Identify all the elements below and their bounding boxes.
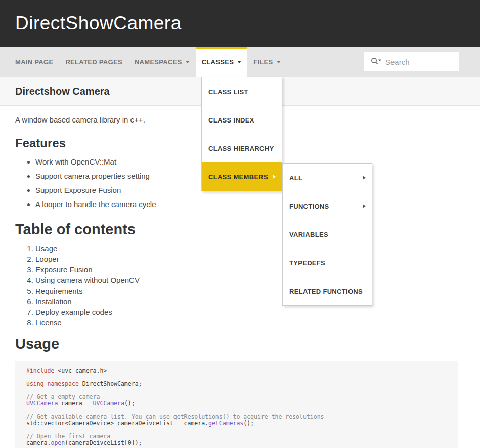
menu-item-label: CLASS HIERARCHY (208, 145, 274, 152)
code-token: camera. (26, 439, 51, 446)
toc-item-using-camera-without-opencv: Using camera without OpenCV (35, 275, 480, 286)
code-line: #include <uvc_camera.h> (26, 368, 450, 374)
submenu-item-functions[interactable]: FUNCTIONS (283, 192, 372, 220)
code-link[interactable]: getCameras (208, 420, 243, 427)
nav-item-namespaces[interactable]: NAMESPACES (128, 47, 196, 77)
nav-item-classes[interactable]: CLASSES (196, 47, 248, 77)
code-line: camera.open(cameraDeivceList[0]); (26, 440, 450, 446)
menu-item-label: RELATED FUNCTIONS (289, 288, 363, 295)
toc-item-usage: Usage (35, 243, 480, 254)
nav-item-label: NAMESPACES (135, 58, 182, 66)
nav-item-label: FILES (253, 58, 273, 66)
project-title: DirectShowCamera (15, 0, 182, 47)
nav-item-label: MAIN PAGE (15, 58, 53, 66)
masthead: DirectShowCamera (0, 0, 480, 47)
nav-item-files[interactable]: FILES (247, 47, 286, 77)
menu-item-class-hierarchy[interactable]: CLASS HIERARCHY (202, 134, 282, 162)
chevron-down-icon (277, 61, 281, 63)
submenu-item-all[interactable]: ALL (283, 164, 372, 192)
code-token: camera = (58, 400, 93, 407)
menu-item-label: FUNCTIONS (289, 202, 329, 210)
code-line: UVCCamera camera = UVCCamera(); (26, 400, 450, 407)
code-token: // Get a empty camera (26, 393, 100, 400)
nav-item-label: CLASSES (202, 58, 234, 66)
code-token: // Get available camera list. You can us… (26, 413, 324, 420)
menu-item-label: CLASS INDEX (208, 116, 254, 124)
chevron-down-icon (186, 61, 190, 63)
code-token: <uvc_camera.h> (58, 367, 107, 374)
chevron-right-icon (363, 204, 366, 208)
code-token: (); (124, 400, 135, 407)
nav-item-related-pages[interactable]: RELATED PAGES (59, 47, 128, 77)
menu-item-class-list[interactable]: CLASS LIST (202, 77, 282, 106)
page-title: Directshow Camera (15, 77, 110, 106)
code-link[interactable]: UVCCamera (26, 400, 58, 407)
classes-dropdown-menu: CLASS LISTCLASS INDEXCLASS HIERARCHYCLAS… (201, 77, 282, 191)
code-token: // Open the first camera (26, 433, 110, 440)
class-members-submenu: ALLFUNCTIONSVARIABLESTYPEDEFSRELATED FUN… (282, 163, 372, 306)
submenu-item-variables[interactable]: VARIABLES (283, 220, 372, 249)
code-token: (cameraDeivceList[0]); (65, 439, 142, 446)
page: DirectShowCamera MAIN PAGERELATED PAGESN… (0, 0, 480, 448)
toc-item-installation: Installation (35, 296, 480, 307)
toc-item-exposure-fusion: Exposure Fusion (35, 264, 480, 275)
code-line: using namespace DirectShowCamera; (26, 381, 450, 387)
code-token: (); (243, 420, 254, 427)
submenu-item-typedefs[interactable]: TYPEDEFS (283, 249, 372, 277)
nav-item-label: RELATED PAGES (65, 58, 122, 66)
code-line: std::vector<CameraDevice> cameraDeivceLi… (26, 420, 450, 427)
usage-code-block: #include <uvc_camera.h> using namespace … (15, 361, 458, 448)
search-icon[interactable] (371, 57, 382, 66)
code-link[interactable]: open (51, 439, 65, 446)
menu-item-class-members[interactable]: CLASS MEMBERS (202, 162, 282, 191)
toc-item-requirements: Requirements (35, 286, 480, 296)
menu-item-label: ALL (289, 174, 302, 182)
feature-item-a-looper-to-handle-the-camera-cycle: A looper to handle the camera cycle (35, 199, 480, 210)
menu-item-class-index[interactable]: CLASS INDEX (202, 106, 282, 134)
code-token: std::vector<CameraDevice> cameraDeivceLi… (26, 420, 208, 427)
chevron-down-icon (237, 61, 241, 63)
code-token: DirectShowCamera; (82, 380, 142, 387)
menu-item-label: VARIABLES (289, 231, 328, 238)
code-token: #include (26, 367, 58, 374)
toc-item-license: License (35, 317, 480, 328)
toc-heading: Table of contents (15, 221, 480, 238)
chevron-right-icon (273, 175, 276, 179)
menu-item-label: CLASS LIST (208, 88, 248, 96)
nav-item-main-page[interactable]: MAIN PAGE (9, 47, 59, 77)
code-token: using namespace (26, 380, 82, 387)
toc-item-deploy-example-codes: Deploy example codes (35, 307, 480, 317)
search-input[interactable] (384, 52, 457, 72)
code-link[interactable]: UVCCamera (93, 400, 124, 407)
submenu-item-related-functions[interactable]: RELATED FUNCTIONS (283, 277, 372, 305)
toc-item-looper: Looper (35, 254, 480, 264)
menu-item-label: TYPEDEFS (289, 259, 325, 267)
toc-list: UsageLooperExposure FusionUsing camera w… (15, 243, 480, 328)
search-box[interactable] (364, 52, 459, 71)
menu-item-label: CLASS MEMBERS (208, 173, 268, 181)
chevron-right-icon (363, 176, 366, 180)
usage-heading: Usage (15, 335, 480, 352)
